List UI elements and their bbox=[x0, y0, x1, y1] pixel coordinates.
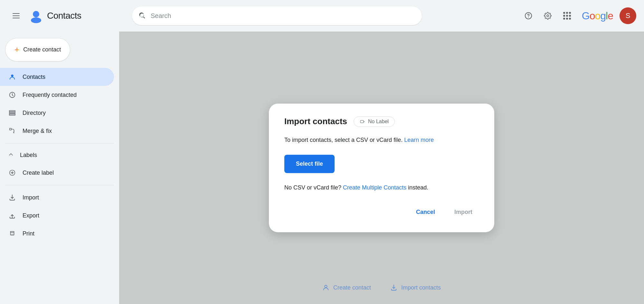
sidebar-item-merge-fix[interactable]: Merge & fix bbox=[0, 122, 114, 140]
sidebar-item-contacts-label: Contacts bbox=[23, 74, 45, 80]
label-badge[interactable]: No Label bbox=[354, 116, 395, 127]
main-layout: + Create contact Contacts Frequently con… bbox=[0, 32, 644, 304]
search-icon bbox=[138, 12, 146, 20]
sidebar-item-directory[interactable]: Directory bbox=[0, 104, 114, 122]
select-file-button[interactable]: Select file bbox=[284, 155, 335, 173]
header-right: Google S bbox=[520, 7, 636, 24]
learn-more-link[interactable]: Learn more bbox=[404, 137, 434, 143]
hamburger-icon bbox=[10, 11, 22, 21]
modal-description: To import contacts, select a CSV or vCar… bbox=[284, 136, 479, 144]
svg-rect-8 bbox=[9, 114, 15, 115]
app-title: Contacts bbox=[47, 11, 81, 21]
import-label: Import bbox=[23, 194, 39, 201]
sidebar-item-import[interactable]: Import bbox=[0, 189, 114, 207]
hamburger-menu-button[interactable] bbox=[8, 7, 24, 24]
print-label: Print bbox=[23, 230, 34, 237]
nav-divider-1 bbox=[5, 143, 114, 143]
label-badge-icon bbox=[360, 119, 365, 124]
cancel-button[interactable]: Cancel bbox=[410, 205, 441, 219]
sidebar-item-frequently-label: Frequently contacted bbox=[23, 92, 77, 98]
header-left: Contacts bbox=[8, 7, 127, 24]
merge-icon bbox=[8, 126, 17, 135]
sidebar: + Create contact Contacts Frequently con… bbox=[0, 32, 119, 304]
label-badge-text: No Label bbox=[368, 119, 389, 124]
content-area: Create contact Import contacts Import co… bbox=[119, 32, 644, 304]
grid-dots-icon bbox=[563, 12, 571, 20]
modal-title: Import contacts bbox=[284, 116, 347, 126]
clock-icon bbox=[8, 90, 17, 99]
create-contact-label: Create contact bbox=[23, 46, 61, 53]
contacts-nav-icon bbox=[8, 72, 17, 81]
help-button[interactable] bbox=[520, 7, 537, 24]
svg-rect-7 bbox=[9, 112, 15, 114]
header: Contacts bbox=[0, 0, 644, 32]
sidebar-item-frequently-contacted[interactable]: Frequently contacted bbox=[0, 86, 114, 104]
labels-label: Labels bbox=[20, 152, 37, 159]
help-icon bbox=[525, 12, 532, 20]
google-logo: Google bbox=[582, 10, 613, 22]
sidebar-item-directory-label: Directory bbox=[23, 110, 46, 116]
create-multiple-contacts-link[interactable]: Create Multiple Contacts bbox=[343, 184, 406, 191]
svg-rect-6 bbox=[9, 111, 15, 112]
search-bar[interactable] bbox=[132, 6, 422, 25]
svg-point-1 bbox=[31, 17, 41, 23]
contacts-app-icon bbox=[28, 8, 44, 23]
create-contact-button[interactable]: + Create contact bbox=[5, 38, 70, 61]
settings-button[interactable] bbox=[539, 7, 556, 24]
modal-header: Import contacts No Label bbox=[284, 116, 479, 127]
create-label-icon bbox=[8, 168, 17, 177]
svg-point-4 bbox=[11, 75, 13, 77]
sidebar-item-print[interactable]: Print bbox=[0, 225, 114, 243]
apps-button[interactable] bbox=[559, 7, 575, 24]
export-icon bbox=[8, 211, 17, 220]
import-button: Import bbox=[448, 205, 479, 219]
app-logo: Contacts bbox=[28, 8, 81, 23]
sidebar-item-create-label[interactable]: Create label bbox=[0, 164, 114, 182]
plus-icon: + bbox=[14, 45, 19, 55]
import-icon bbox=[8, 193, 17, 202]
directory-icon bbox=[8, 108, 17, 117]
modal-alt-text: No CSV or vCard file? Create Multiple Co… bbox=[284, 183, 479, 192]
svg-point-3 bbox=[528, 17, 529, 18]
user-avatar-button[interactable]: S bbox=[620, 7, 636, 24]
nav-divider-2 bbox=[5, 185, 114, 185]
svg-rect-12 bbox=[11, 234, 13, 235]
export-label: Export bbox=[23, 212, 39, 219]
print-icon bbox=[8, 229, 17, 238]
gear-icon bbox=[544, 12, 552, 20]
svg-rect-9 bbox=[10, 128, 12, 130]
svg-point-0 bbox=[33, 11, 39, 17]
search-input[interactable] bbox=[151, 12, 415, 20]
sidebar-item-export[interactable]: Export bbox=[0, 207, 114, 225]
labels-section-header: Labels bbox=[0, 147, 119, 164]
chevron-up-icon bbox=[8, 151, 14, 159]
sidebar-item-contacts[interactable]: Contacts bbox=[0, 68, 114, 86]
sidebar-item-merge-label: Merge & fix bbox=[23, 128, 52, 134]
create-label-text: Create label bbox=[23, 170, 54, 176]
svg-rect-14 bbox=[360, 120, 364, 123]
import-contacts-modal: Import contacts No Label To import conta… bbox=[269, 104, 494, 232]
modal-footer: Cancel Import bbox=[284, 205, 479, 219]
modal-overlay: Import contacts No Label To import conta… bbox=[119, 32, 644, 304]
